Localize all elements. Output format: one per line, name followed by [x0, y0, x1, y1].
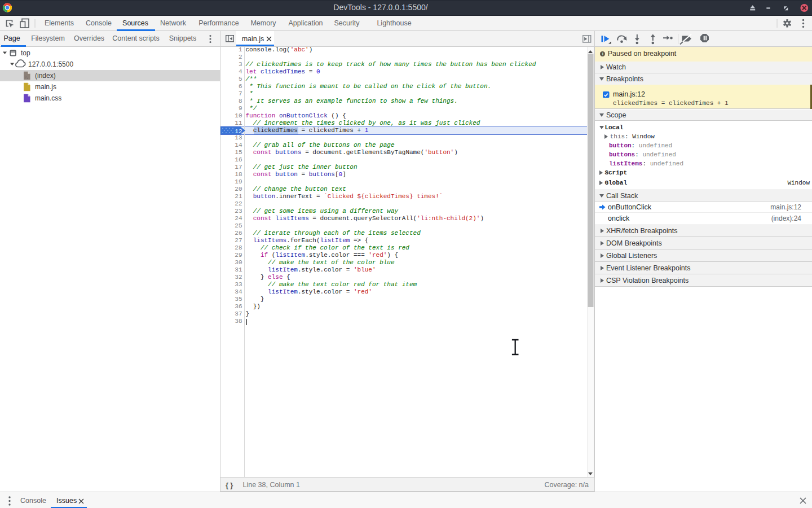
svg-text:12: 12 [235, 128, 242, 134]
